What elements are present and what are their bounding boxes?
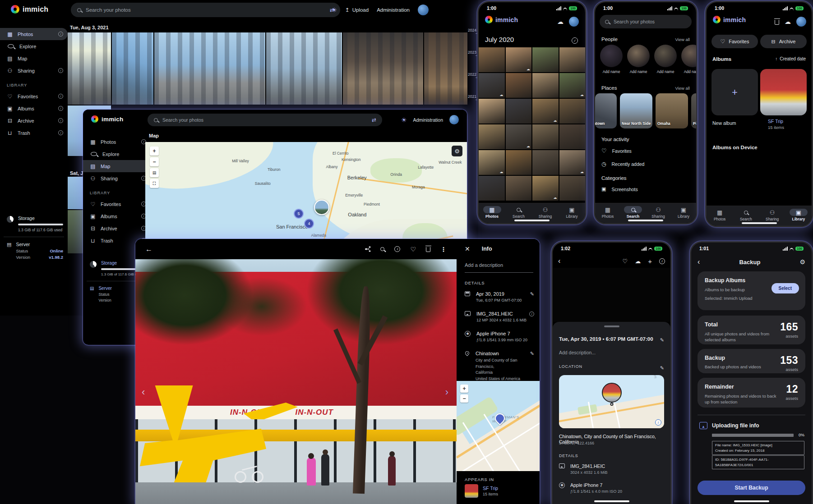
info-icon[interactable]: i [394,246,400,252]
photo-thumbnail[interactable] [479,124,505,149]
next-photo-chevron[interactable]: › [445,386,448,398]
sidebar-item-photos[interactable]: ▦Photosi [0,28,68,40]
photo-thumbnail[interactable] [506,73,532,98]
screenshots-row[interactable]: ▣Screenshots [601,186,638,192]
nav-item-sharing[interactable]: ⚇Sharing [649,206,667,219]
nav-item-photos[interactable]: ▦Photos [599,206,617,219]
photo-thumbnail[interactable]: ☁ [559,73,586,98]
select-all-icon[interactable]: ✓ [572,37,578,44]
back-arrow-icon[interactable]: ← [145,245,152,253]
administration-link[interactable]: Administration [377,7,410,13]
add-name-label[interactable]: Add name [684,69,696,74]
recently-added-row[interactable]: ◷Recently added [601,161,644,167]
zoom-in-button[interactable]: + [150,147,159,156]
photo-thumbnail[interactable] [532,73,559,98]
people-view-all-link[interactable]: View all [675,37,690,42]
photo-preview[interactable] [553,268,670,322]
edit-location-icon[interactable]: ✎ [530,351,534,382]
map-settings-button[interactable]: ⚙ [452,146,462,156]
nav-item-sharing[interactable]: ⚇Sharing [763,209,781,221]
sidebar-item-sharing[interactable]: ⚇Sharingi [0,64,68,77]
map-cluster-marker[interactable]: 4 [304,219,314,229]
more-options-icon[interactable]: ⋮ [440,246,447,253]
sidebar-item-favorites[interactable]: ♡Favoritesi [83,198,151,210]
sidebar-item-archive[interactable]: ⊟Archivei [83,222,151,234]
add-name-label[interactable]: Add name [630,69,647,74]
photo-thumbnail[interactable] [506,150,532,175]
photo-thumbnail[interactable] [559,176,586,201]
photo-thumbnail[interactable] [559,99,586,124]
photo-thumbnail[interactable] [154,32,265,105]
delete-icon[interactable] [426,247,430,252]
photo-thumbnail[interactable] [68,210,83,253]
photo-thumbnail[interactable]: ☁ [532,99,559,124]
photo-thumbnail[interactable] [424,32,467,105]
sidebar-item-favorites[interactable]: ♡Favoritesi [0,90,68,102]
map-photo-marker[interactable] [602,383,622,403]
edit-date-icon[interactable]: ✎ [530,291,534,302]
settings-gear-icon[interactable]: ⚙ [799,258,805,266]
favorite-heart-icon[interactable]: ♡ [623,258,628,265]
album-card-sf-trip[interactable] [760,69,807,115]
sidebar-item-sharing[interactable]: ⚇Sharingi [83,172,151,184]
previous-photo-chevron[interactable]: ‹ [142,386,145,398]
search-input[interactable]: Search your photos ⇄ [71,3,340,17]
photo-thumbnail[interactable] [479,47,505,72]
person-item[interactable]: Add name [654,45,677,79]
nav-item-search[interactable]: Search [624,206,642,219]
user-avatar[interactable] [418,5,429,15]
nav-item-library[interactable]: ▣Library [563,206,581,219]
map-photo-marker[interactable] [314,200,329,215]
user-avatar[interactable] [449,115,459,124]
sidebar-item-explore[interactable]: Explore [83,148,151,160]
sort-button[interactable]: ↑Created date [775,56,806,61]
description-field[interactable]: Add a description [465,262,503,268]
place-card[interactable]: Chinatown [595,93,617,128]
album-name[interactable]: SF Trip [483,486,498,491]
edit-location-icon[interactable]: ✎ [660,365,664,371]
place-card[interactable]: Pi [691,93,696,128]
person-avatar[interactable] [600,45,623,67]
person-avatar[interactable] [654,45,677,67]
photo-thumbnail[interactable] [68,32,111,105]
nav-item-search[interactable]: Search [737,209,755,221]
sidebar-item-explore[interactable]: Explore [0,40,68,52]
photo-thumbnail[interactable]: ☁ [506,124,532,149]
photo-thumbnail[interactable] [479,99,505,124]
photo-thumbnail[interactable] [506,99,532,124]
add-name-label[interactable]: Add name [657,69,674,74]
cloud-sync-icon[interactable]: ☁↑ [557,18,564,25]
search-input[interactable]: Search your photos ⇄ [148,114,382,126]
favorite-heart-icon[interactable]: ♡ [410,246,416,253]
select-button[interactable]: Select [771,283,799,293]
places-view-all-link[interactable]: View all [675,86,690,91]
cloud-sync-icon[interactable]: ☁↑ [785,18,791,25]
sidebar-item-trash[interactable]: ⊔Trashi [0,127,68,139]
back-chevron-icon[interactable]: ‹ [558,257,560,265]
nav-item-photos[interactable]: ▦Photos [483,206,501,219]
person-item[interactable]: Add name [681,45,696,79]
file-info-icon[interactable]: i [529,312,534,316]
photo-thumbnail[interactable]: ☁ [479,73,505,98]
photo-thumbnail[interactable] [506,176,532,201]
nav-item-library[interactable]: ▣Library [674,206,693,219]
photo-thumbnail[interactable] [532,47,559,72]
map-cluster-marker[interactable]: 5 [294,209,304,219]
zoom-out-button[interactable]: − [460,394,468,403]
nav-item-search[interactable]: Search [510,206,528,219]
location-map-card[interactable]: San Francisco Ferry i [559,375,664,428]
person-item[interactable]: Add name [600,45,623,79]
sheet-drag-handle[interactable] [604,325,619,327]
theme-toggle-icon[interactable]: ☀ [331,6,337,14]
description-field[interactable]: Add description... [559,350,596,355]
place-card[interactable]: Near North Side [620,93,652,128]
share-icon[interactable] [365,247,370,252]
album-name[interactable]: SF Trip [768,119,783,124]
sidebar-item-map[interactable]: ▤Map [0,52,68,64]
photo-thumbnail[interactable] [559,47,586,72]
sidebar-item-albums[interactable]: ▣Albumsi [83,210,151,222]
add-icon[interactable]: + [648,257,652,265]
start-backup-button[interactable]: Start Backup [698,481,805,495]
photo-thumbnail[interactable]: ☁ [479,150,505,175]
theme-toggle-icon[interactable]: ☀ [401,116,407,124]
